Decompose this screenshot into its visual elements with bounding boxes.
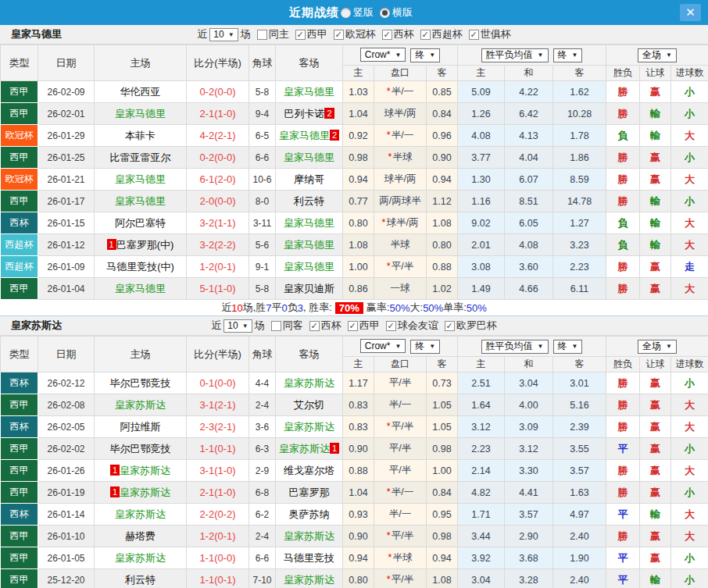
scope-select[interactable]: 全场▼ — [638, 48, 677, 62]
odds-provider-select[interactable]: Crow*▼ — [360, 339, 406, 353]
select-value: 胜平负均值 — [486, 48, 533, 62]
checkbox-checked-icon[interactable]: ✓ — [295, 30, 306, 40]
corner-count: 2-4 — [249, 394, 276, 416]
same-venue-checkbox[interactable]: 同主 — [257, 27, 289, 41]
handicap-text: 半球 — [392, 151, 412, 162]
match-date: 26-02-08 — [38, 394, 95, 416]
odds-handicap: *平/半 — [374, 416, 427, 438]
odds-away: 0.80 — [427, 234, 458, 256]
match-score: 0-1(0-0) — [187, 372, 249, 394]
away-team-name: 维戈塞尔塔 — [284, 465, 334, 476]
radio-vertical-layout[interactable] — [341, 8, 351, 18]
match-date: 26-01-21 — [38, 169, 95, 191]
checkbox-checked-icon[interactable]: ✓ — [382, 30, 392, 40]
league-filter-checkbox[interactable]: ✓世俱杯 — [469, 27, 511, 41]
result-goals: 小 — [671, 103, 708, 125]
league-filter-checkbox[interactable]: ✓球会友谊 — [386, 319, 438, 333]
odds-away: 1.08 — [427, 569, 458, 588]
home-team-name: 皇家苏斯达 — [115, 399, 166, 411]
odds-home: 1.17 — [343, 372, 374, 394]
league-filter-checkbox[interactable]: ✓西杯 — [382, 27, 414, 41]
league-filter-checkbox[interactable]: ✓欧冠杯 — [334, 27, 376, 41]
league-filter-checkbox[interactable]: ✓西甲 — [348, 319, 380, 333]
avg-type-select[interactable]: 胜平负均值▼ — [481, 48, 549, 62]
league-filter-checkbox[interactable]: ✓欧罗巴杯 — [445, 319, 497, 333]
avg-stage-select[interactable]: 终▼ — [553, 48, 583, 62]
league-type-badge: 西甲 — [1, 191, 38, 212]
team-section: 皇家苏斯达近10▼场同客✓西杯✓西甲✓球会友谊✓欧罗巴杯类型日期主场比分(半场)… — [0, 316, 708, 588]
odds-away: 1.12 — [427, 191, 458, 212]
checkbox-checked-icon[interactable]: ✓ — [309, 321, 320, 331]
recent-count-select[interactable]: 10▼ — [223, 319, 252, 333]
avg-type-select[interactable]: 胜平负均值▼ — [481, 340, 549, 354]
league-filter-checkbox[interactable]: ✓西杯 — [309, 319, 341, 333]
sub-column-header: 和 — [505, 66, 553, 81]
odds-stage-select[interactable]: 终▼ — [410, 340, 440, 354]
near-label: 近 — [211, 319, 221, 333]
matches-table: 类型日期主场比分(半场)角球客场Crow*▼终▼胜平负均值▼终▼全场▼主盘口客主… — [0, 336, 708, 588]
league-filter-checkbox[interactable]: ✓西甲 — [295, 27, 327, 41]
odds-handicap: 球半/两 — [374, 103, 427, 125]
odds-stage-select[interactable]: 终▼ — [410, 48, 440, 62]
table-row: 西杯26-02-12毕尔巴鄂竞技0-1(0-0)4-4皇家苏斯达1.17平/半0… — [1, 372, 708, 394]
home-team-name: 本菲卡 — [125, 130, 156, 141]
avg-group-header: 胜平负均值▼终▼ — [458, 45, 606, 66]
checkbox-unchecked-icon[interactable] — [257, 30, 267, 40]
result-outcome: 勝 — [606, 103, 640, 125]
odds-handicap: 球半/两 — [374, 169, 427, 191]
league-filter-checkbox-label: 西超杯 — [432, 27, 463, 41]
select-value: 全场 — [642, 48, 661, 62]
checkbox-checked-icon[interactable]: ✓ — [469, 30, 479, 40]
odds-home: 0.80 — [343, 569, 374, 588]
odds-away: 0.84 — [427, 482, 458, 504]
table-row: 西甲26-01-10赫塔费1-2(0-1)2-4皇家苏斯达0.90*平/半0.9… — [1, 526, 708, 547]
checkbox-checked-icon[interactable]: ✓ — [445, 321, 455, 331]
scope-select[interactable]: 全场▼ — [638, 340, 677, 354]
odds-handicap: *平/半 — [374, 569, 427, 588]
match-score: 3-1(2-1) — [187, 394, 249, 416]
avg-stage-select[interactable]: 终▼ — [553, 340, 583, 354]
league-type-badge: 西甲 — [1, 147, 38, 169]
same-venue-checkbox[interactable]: 同客 — [271, 319, 303, 333]
radio-horizontal-layout[interactable] — [380, 8, 390, 18]
recent-count-select[interactable]: 10▼ — [209, 28, 238, 41]
team-title: 皇家马德里 — [11, 27, 62, 41]
close-icon[interactable]: ✕ — [680, 4, 701, 21]
avg-draw: 6.07 — [505, 169, 553, 191]
handicap-text: 半球 — [392, 552, 412, 563]
avg-draw: 8.51 — [505, 191, 553, 212]
away-team-name: 奥萨苏纳 — [289, 508, 330, 520]
league-type-badge: 欧冠杯 — [1, 125, 38, 147]
checkbox-checked-icon[interactable]: ✓ — [334, 30, 344, 40]
away-team: 皇家马德里 — [276, 81, 343, 103]
result-handicap: 輸 — [640, 212, 671, 234]
avg-away: 1.78 — [553, 125, 606, 147]
result-handicap: 赢 — [640, 526, 671, 547]
home-team-name: 皇家苏斯达 — [120, 486, 170, 498]
result-group-header: 全场▼ — [606, 337, 708, 357]
corner-count: 5-6 — [249, 234, 276, 256]
corner-count: 6-3 — [249, 438, 276, 460]
result-handicap: 輸 — [640, 103, 671, 125]
odds-provider-select[interactable]: Crow*▼ — [360, 48, 406, 62]
avg-home: 4.08 — [458, 125, 505, 147]
radio-horizontal-label: 横版 — [392, 5, 413, 20]
summary-segment: 负 — [288, 301, 298, 315]
match-score: 2-0(0-0) — [187, 191, 249, 212]
summary-segment: 单率: — [443, 301, 467, 315]
handicap-text: 半/一 — [392, 486, 413, 497]
column-header: 比分(半场) — [187, 45, 249, 81]
odds-home: 0.90 — [343, 438, 374, 460]
corner-count: 6-6 — [249, 147, 276, 169]
corner-count: 5-8 — [249, 278, 276, 300]
avg-away: 2.39 — [553, 416, 606, 438]
league-filter-checkbox[interactable]: ✓西超杯 — [420, 27, 463, 41]
odds-away: 0.96 — [427, 125, 458, 147]
avg-draw: 4.13 — [505, 125, 553, 147]
checkbox-checked-icon[interactable]: ✓ — [420, 30, 431, 40]
checkbox-unchecked-icon[interactable] — [271, 321, 281, 331]
checkbox-checked-icon[interactable]: ✓ — [348, 321, 358, 331]
result-outcome: 負 — [606, 212, 640, 234]
home-team-name: 毕尔巴鄂竞技 — [110, 443, 171, 454]
checkbox-checked-icon[interactable]: ✓ — [386, 321, 396, 331]
